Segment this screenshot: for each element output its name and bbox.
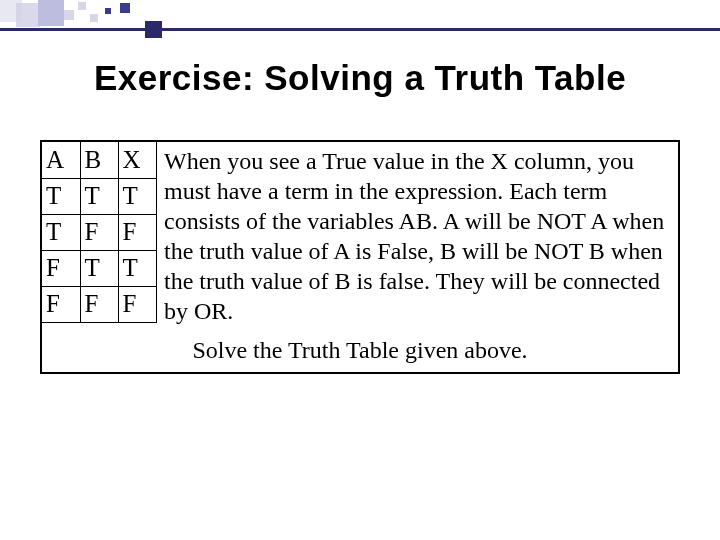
table-cell: F bbox=[42, 286, 80, 322]
table-header-x: X bbox=[118, 142, 156, 178]
deco-square bbox=[120, 3, 130, 13]
table-cell: T bbox=[118, 178, 156, 214]
truth-table: A B X T T T T F F F T T F F F bbox=[42, 142, 157, 323]
table-cell: F bbox=[80, 286, 118, 322]
table-row: F F F bbox=[42, 286, 156, 322]
slide: Exercise: Solving a Truth Table A B X T … bbox=[0, 0, 720, 540]
table-row: F T T bbox=[42, 250, 156, 286]
table-row: T T T bbox=[42, 178, 156, 214]
title-bullet-icon bbox=[145, 21, 162, 38]
top-divider bbox=[0, 28, 720, 31]
table-row: A B X bbox=[42, 142, 156, 178]
deco-square bbox=[78, 2, 86, 10]
deco-square bbox=[38, 0, 64, 26]
deco-square bbox=[64, 10, 74, 20]
table-row: T F F bbox=[42, 214, 156, 250]
table-cell: T bbox=[80, 250, 118, 286]
table-cell: T bbox=[80, 178, 118, 214]
table-header-a: A bbox=[42, 142, 80, 178]
table-cell: T bbox=[42, 214, 80, 250]
table-header-b: B bbox=[80, 142, 118, 178]
content-box: A B X T T T T F F F T T F F F bbox=[40, 140, 680, 374]
table-cell: F bbox=[118, 214, 156, 250]
page-title: Exercise: Solving a Truth Table bbox=[0, 58, 720, 98]
deco-square bbox=[105, 8, 111, 14]
exercise-prompt: Solve the Truth Table given above. bbox=[42, 337, 678, 364]
table-cell: F bbox=[118, 286, 156, 322]
table-cell: F bbox=[80, 214, 118, 250]
table-cell: T bbox=[118, 250, 156, 286]
table-cell: F bbox=[42, 250, 80, 286]
deco-square bbox=[90, 14, 98, 22]
explanation-text: When you see a True value in the X colum… bbox=[164, 146, 670, 326]
deco-square bbox=[16, 3, 40, 27]
table-cell: T bbox=[42, 178, 80, 214]
